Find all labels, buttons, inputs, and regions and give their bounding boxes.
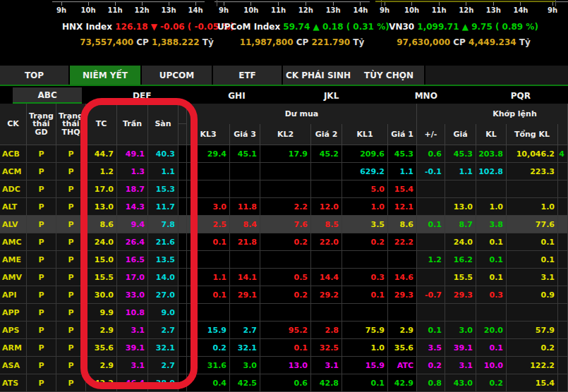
cell-ck[interactable]: API [0, 286, 27, 304]
cell-kl1: 75.9 [342, 321, 388, 339]
table-row[interactable]: AMEPP15.016.513.51.216.20.10.1 [0, 251, 568, 269]
table-row[interactable]: ADCPP17.018.715.35.015.4 [0, 180, 568, 198]
cell-gia2: 42.8 [311, 374, 342, 392]
cell-ck[interactable]: AME [0, 251, 27, 269]
cell-ck[interactable]: ALV [0, 216, 27, 233]
col-header-ck[interactable]: CK [0, 104, 27, 145]
cell-tong-kl: 0.1 [507, 251, 558, 269]
table-row[interactable]: ASAPP2.93.12.731.63.013.03.115.9ATC0.23.… [0, 357, 568, 374]
cell-spacer [179, 216, 187, 233]
tab-etf[interactable]: ETF [213, 66, 282, 85]
cell-tran: 17.0 [117, 269, 148, 286]
letter-tab-mno[interactable]: MNO [379, 87, 473, 104]
col-header-trang-thai-thq[interactable]: Trạng thái THQ [56, 104, 86, 145]
cell-ck[interactable]: AMC [0, 233, 27, 251]
table-row[interactable]: ARMPP35.639.132.10.232.10.132.51.035.63.… [0, 339, 568, 357]
col-header-kl1[interactable]: KL1 [342, 124, 388, 145]
group-header-du-mua: Dư mua [187, 104, 417, 124]
col-header-kl3[interactable]: KL3 [187, 124, 230, 145]
cell-status-thq: P [56, 251, 86, 269]
col-header-gia2[interactable]: Giá 2 [311, 124, 342, 145]
cell-ck[interactable]: AMV [0, 269, 27, 286]
cell-kl3: 15.9 [187, 321, 230, 339]
col-header-change[interactable]: +/- [417, 124, 445, 145]
table-row[interactable]: ACMPP1.21.31.1629.21.1-0.11.1102.8223.3 [0, 163, 568, 180]
time-tick: 9h [52, 2, 71, 14]
index-change: 1,099.71 ▲ 9.75 ( 0.89 %) [414, 22, 538, 32]
cell-gia3 [230, 180, 260, 198]
col-header-tong-kl[interactable]: Tổng KL [507, 124, 558, 145]
shares-unit: CP [294, 37, 312, 47]
letter-tab-pqr[interactable]: PQR [473, 87, 568, 104]
cell-tong-kl: 57.9 [507, 321, 558, 339]
cell-tran: 16.5 [117, 251, 148, 269]
cell-ck[interactable]: ADC [0, 180, 27, 198]
col-header-trang-thai-gd[interactable]: Trạng thái GD [27, 104, 56, 145]
cell-change: 1.2 [417, 251, 445, 269]
col-header-kl[interactable]: KL [476, 124, 507, 145]
cell-change [417, 180, 445, 198]
cell-gia3 [230, 251, 260, 269]
cell-gia3: 42.5 [230, 374, 260, 392]
tab-upcom[interactable]: UPCOM [142, 66, 212, 85]
tick-label: 14h [188, 6, 203, 14]
letter-tab-ghi[interactable]: GHI [189, 87, 284, 104]
col-header-kl2[interactable]: KL2 [260, 124, 311, 145]
cell-tc: 35.6 [86, 339, 117, 357]
col-header-san[interactable]: Sàn [148, 104, 179, 145]
tab-top[interactable]: TOP [0, 66, 68, 85]
letter-tab-abc[interactable]: ABC [0, 87, 95, 104]
cell-ck[interactable]: ACM [0, 163, 27, 180]
tick-row: 9h10h11h12h13h14h [214, 2, 370, 14]
tick-mark [385, 2, 385, 6]
table-row[interactable]: APSPP2.93.12.715.92.795.22.875.92.90.13.… [0, 321, 568, 339]
tick-label: 11h [271, 6, 286, 14]
table-row[interactable]: ALVPP8.69.47.82.58.47.68.53.58.60.18.73.… [0, 216, 568, 233]
col-header-gia[interactable]: Giá [445, 124, 476, 145]
cell-san: 9.0 [148, 304, 179, 321]
table-row[interactable]: ACBPP44.749.140.329.445.117.945.2209.645… [0, 145, 568, 163]
tab-niêm-yết[interactable]: NIÊM YẾT [70, 66, 140, 85]
cell-kl: 0.1 [476, 339, 507, 357]
cell-ck[interactable]: ALT [0, 198, 27, 216]
tab-tùy-chọn[interactable]: TÙY CHỌN [354, 66, 424, 85]
cell-ck[interactable]: ASA [0, 357, 27, 374]
letter-tab-jkl[interactable]: JKL [284, 87, 379, 104]
cell-gia3: 32.1 [230, 339, 260, 357]
col-header-tc[interactable]: TC [86, 104, 117, 145]
cell-san: 21.6 [148, 233, 179, 251]
tick-mark [552, 2, 553, 6]
table-row[interactable]: APPPP9.910.89.0 [0, 304, 568, 321]
tick-mark [224, 2, 224, 6]
time-tick: 11h [106, 2, 124, 14]
cell-spacer [179, 163, 187, 180]
table-row[interactable]: AMCPP24.026.421.60.121.80.222.00.222.224… [0, 233, 568, 251]
letter-tab-def[interactable]: DEF [95, 87, 189, 104]
cell-kl1: 629.2 [342, 163, 388, 180]
cell-gia2: 8.5 [311, 216, 342, 233]
index-line: HNX Index 126.18 ▼ -0.06 ( -0.05 %) [62, 22, 231, 32]
table-row[interactable]: AMVPP15.517.014.01.114.10.514.40.314.615… [0, 269, 568, 286]
cell-change: 0.1 [417, 216, 445, 233]
cell-tc: 42.2 [86, 374, 117, 392]
cell-kl1: 209.6 [342, 145, 388, 163]
table-row[interactable]: APIPP30.033.027.00.129.10.229.20.129.3-0… [0, 286, 568, 304]
cell-kl1: 5.0 [342, 180, 388, 198]
cell-gia3: 11.8 [230, 198, 260, 216]
cell-ck[interactable]: ARM [0, 339, 27, 357]
cell-gia2: 14.4 [311, 269, 342, 286]
cell-tc: 2.9 [86, 321, 117, 339]
table-row[interactable]: ALTPP13.014.311.73.011.82.212.01.012.113… [0, 198, 568, 216]
cell-ck[interactable]: APS [0, 321, 27, 339]
cell-ck[interactable]: ATS [0, 374, 27, 392]
tab-ck-phái-sinh[interactable]: CK PHÁI SINH [283, 66, 354, 85]
cell-san: 27.0 [148, 286, 179, 304]
cell-gia3: 8.4 [230, 216, 260, 233]
cell-ck[interactable]: ACB [0, 145, 27, 163]
cell-kl3: 31.6 [187, 357, 230, 374]
table-row[interactable]: ATSPP42.246.438.00.442.50.642.80.142.90.… [0, 374, 568, 392]
col-header-tran[interactable]: Trần [117, 104, 148, 145]
col-header-gia3[interactable]: Giá 3 [230, 124, 260, 145]
cell-ck[interactable]: APP [0, 304, 27, 321]
col-header-gia1[interactable]: Giá 1 [388, 124, 417, 145]
